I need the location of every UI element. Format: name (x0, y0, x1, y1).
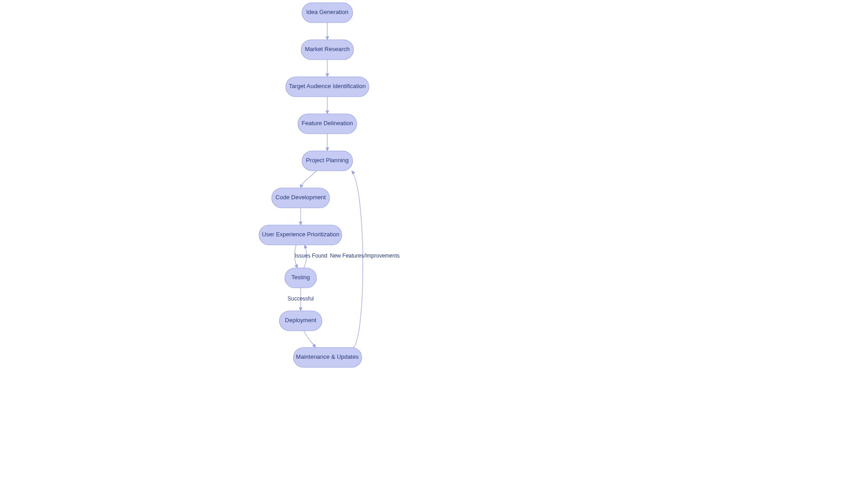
node-user-experience-prioritization: User Experience Prioritization (259, 225, 342, 245)
node-label: Maintenance & Updates (296, 353, 359, 360)
node-label: Code Development (275, 194, 326, 201)
node-label: Idea Generation (306, 9, 348, 15)
node-label: Target Audience Identification (289, 83, 366, 89)
flowchart-canvas: Issues Found Successful New Features/Imp… (0, 0, 868, 488)
edge-deployment-to-maintenance (304, 331, 316, 347)
edge-planning-to-code (301, 171, 316, 188)
node-feature-delineation: Feature Delineation (298, 114, 357, 134)
edge-label-new-features: New Features/Improvements (330, 253, 400, 259)
node-label: Testing (291, 274, 310, 281)
node-label: Feature Delineation (302, 120, 353, 127)
node-label: Deployment (285, 317, 316, 324)
node-label: Project Planning (306, 157, 349, 164)
edge-label-successful: Successful (288, 296, 314, 302)
node-code-development: Code Development (272, 188, 330, 208)
node-testing: Testing (285, 268, 316, 288)
edge-maintenance-to-planning (352, 171, 363, 347)
node-idea-generation: Idea Generation (302, 3, 353, 23)
node-label: Market Research (305, 46, 350, 52)
edge-label-issues-found: Issues Found (295, 253, 327, 259)
node-maintenance-updates: Maintenance & Updates (293, 347, 362, 367)
node-deployment: Deployment (279, 311, 322, 331)
node-label: User Experience Prioritization (262, 231, 339, 238)
node-target-audience-identification: Target Audience Identification (286, 77, 369, 97)
node-project-planning: Project Planning (302, 151, 353, 171)
node-market-research: Market Research (301, 40, 354, 60)
